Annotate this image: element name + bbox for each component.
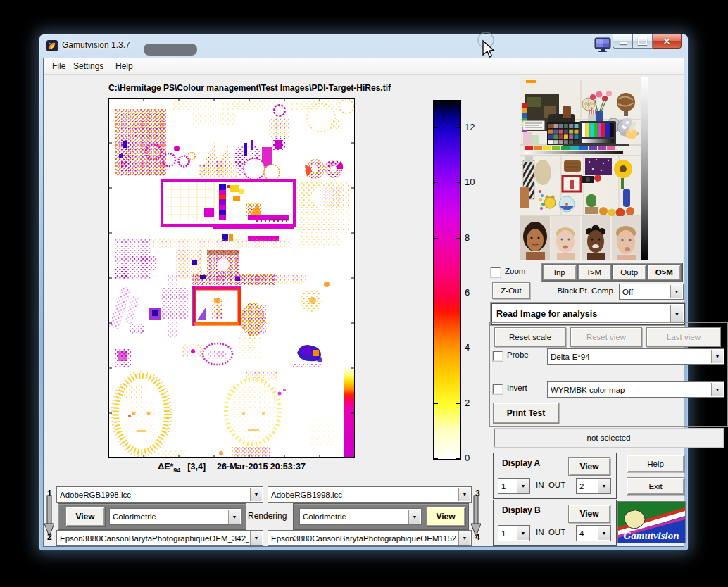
chevron-down-icon[interactable]: ▼ xyxy=(250,488,262,501)
caption-index: [3,4] xyxy=(187,462,206,472)
probe-checkbox[interactable] xyxy=(493,351,503,361)
colorbar-tick-mark xyxy=(456,403,460,404)
caption-buttons: ✕ xyxy=(613,34,682,49)
probe-metric-value: Delta-E*94 xyxy=(551,353,710,361)
right-view-button[interactable]: View xyxy=(426,507,465,526)
colorbar-tick-label: 4 xyxy=(465,342,483,353)
thumbnail-gray-ramp xyxy=(641,77,648,260)
colorbar-tick-mark xyxy=(456,238,460,239)
profile-4-number: 4 xyxy=(475,532,480,542)
help-button[interactable]: Help xyxy=(627,455,684,472)
display-b-title: Display B xyxy=(502,505,541,515)
image-path-title: C:\Hermitage PS\Colour management\Test I… xyxy=(108,83,355,93)
titlebar[interactable]: Gamutvision 1.3.7 ✕ xyxy=(39,34,688,58)
caption-timestamp: 26-Mar-2015 20:53:37 xyxy=(217,462,306,472)
display-b-view-button[interactable]: View xyxy=(568,505,610,523)
display-indicator-icon[interactable] xyxy=(594,37,611,53)
display-a-view-button[interactable]: View xyxy=(568,457,610,476)
probe-metric-select[interactable]: Delta-E*94 ▼ xyxy=(547,348,724,365)
client-area: File Settings Help C:\Hermitage PS\Colou… xyxy=(43,58,684,547)
caption-metric-sub: 94 xyxy=(173,467,180,474)
menu-file[interactable]: File xyxy=(49,61,68,72)
chevron-down-icon[interactable]: ▼ xyxy=(517,526,529,540)
display-b-in-value: 1 xyxy=(501,529,516,538)
black-point-comp-label: Black Pt. Comp. xyxy=(536,286,615,295)
logo-text: Gamutvision xyxy=(623,530,679,541)
maximize-icon xyxy=(638,37,647,45)
delta-e-map[interactable] xyxy=(108,98,355,458)
chevron-down-icon[interactable]: ▼ xyxy=(670,305,683,323)
colorbar-tick-mark xyxy=(434,293,438,294)
chevron-down-icon[interactable]: ▼ xyxy=(408,510,420,524)
colorbar-tick-label: 0 xyxy=(465,453,483,463)
colorbar-tick-mark xyxy=(456,348,460,348)
colorbar xyxy=(433,100,461,460)
display-a-out-select[interactable]: 2 ▼ xyxy=(576,478,611,494)
colorbar-tick-mark xyxy=(456,182,460,183)
reset-view-button[interactable]: Reset view xyxy=(570,327,642,347)
chevron-down-icon[interactable]: ▼ xyxy=(250,531,262,545)
invert-checkbox-label: Invert xyxy=(507,384,527,392)
zoom-checkbox[interactable] xyxy=(491,267,501,277)
display-a-inout-label: IN OUT xyxy=(536,481,565,489)
chevron-down-icon[interactable]: ▼ xyxy=(458,531,470,545)
exit-button[interactable]: Exit xyxy=(627,477,684,495)
colorbar-tick-label: 12 xyxy=(465,122,483,132)
menu-settings[interactable]: Settings xyxy=(70,61,106,72)
chevron-down-icon[interactable]: ▼ xyxy=(670,285,682,298)
input-to-monitor-button[interactable]: I>M xyxy=(578,265,612,280)
left-view-button[interactable]: View xyxy=(65,507,105,526)
profile-1-value: AdobeRGB1998.icc xyxy=(60,491,249,499)
chevron-down-icon[interactable]: ▼ xyxy=(458,488,470,501)
reference-image-thumbnail[interactable] xyxy=(520,77,641,260)
view-mode-button-group: Inp I>M Outp O>M xyxy=(541,263,683,282)
titlebar-reflection xyxy=(144,44,197,56)
profile-2-value: Epson3880CansonBarytaPhotographiqueOEM_3… xyxy=(60,534,249,543)
reset-scale-button[interactable]: Reset scale xyxy=(494,327,566,347)
colorbar-tick-label: 8 xyxy=(465,232,483,243)
left-intent-value: Colorimetric xyxy=(113,512,227,521)
inp-button[interactable]: Inp xyxy=(543,265,577,280)
display-b-in-select[interactable]: 1 ▼ xyxy=(498,525,530,541)
main-panel: C:\Hermitage PS\Colour management\Test I… xyxy=(44,75,684,546)
chevron-down-icon[interactable]: ▼ xyxy=(598,526,610,540)
invert-checkbox[interactable] xyxy=(493,384,503,394)
chevron-down-icon[interactable]: ▼ xyxy=(228,510,240,524)
left-intent-select[interactable]: Colorimetric ▼ xyxy=(109,508,241,525)
minimize-button[interactable] xyxy=(613,34,633,49)
chevron-down-icon[interactable]: ▼ xyxy=(598,479,610,493)
colormap-select[interactable]: WYRMBK color map ▼ xyxy=(547,381,724,398)
colorbar-tick-mark xyxy=(434,403,438,404)
desktop: Gamutvision 1.3.7 ✕ File Settings Help xyxy=(0,0,728,587)
black-point-comp-select[interactable]: Off ▼ xyxy=(619,284,684,300)
maximize-button[interactable] xyxy=(633,34,653,49)
output-to-monitor-button[interactable]: O>M xyxy=(648,265,682,280)
app-icon xyxy=(46,40,58,51)
display-a-in-select[interactable]: 1 ▼ xyxy=(498,478,530,494)
right-intent-select[interactable]: Colorimetric ▼ xyxy=(299,508,422,525)
last-view-button[interactable]: Last view xyxy=(646,327,721,347)
probe-checkbox-label: Probe xyxy=(507,351,529,359)
colormap-value: WYRMBK color map xyxy=(551,386,710,394)
print-test-button[interactable]: Print Test xyxy=(493,403,559,424)
chevron-down-icon[interactable]: ▼ xyxy=(517,479,529,493)
close-button[interactable]: ✕ xyxy=(653,34,682,49)
colorbar-tick-mark xyxy=(434,458,438,459)
profile-2-select[interactable]: Epson3880CansonBarytaPhotographiqueOEM_3… xyxy=(56,530,263,546)
display-b-out-select[interactable]: 4 ▼ xyxy=(576,525,611,541)
colorbar-tick-label: 6 xyxy=(465,287,483,298)
outp-button[interactable]: Outp xyxy=(613,265,646,280)
black-point-comp-value: Off xyxy=(622,288,670,296)
display-b-panel: Display B View 1 ▼ IN OUT 4 ▼ xyxy=(493,500,617,546)
menu-help[interactable]: Help xyxy=(113,61,136,72)
rendering-label: Rendering xyxy=(248,511,287,521)
profile-4-select[interactable]: Epson3880CansonBarytaPhotographiqueOEM11… xyxy=(268,530,472,546)
chevron-down-icon[interactable]: ▼ xyxy=(711,383,723,396)
z-out-button[interactable]: Z-Out xyxy=(492,282,530,299)
profile-1-select[interactable]: AdobeRGB1998.icc ▼ xyxy=(56,486,263,503)
menu-bar: File Settings Help xyxy=(44,58,684,75)
app-window: Gamutvision 1.3.7 ✕ File Settings Help xyxy=(39,34,689,551)
chevron-down-icon[interactable]: ▼ xyxy=(711,350,723,363)
profile-2-number: 2 xyxy=(47,532,52,542)
profile-3-select[interactable]: AdobeRGB1998.icc ▼ xyxy=(268,486,472,503)
